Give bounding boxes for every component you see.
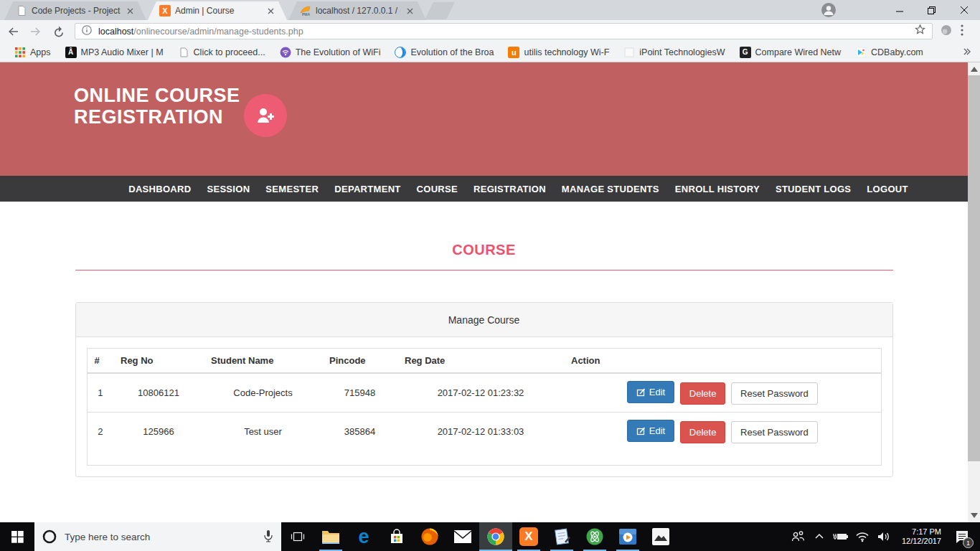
close-icon[interactable] bbox=[265, 6, 275, 16]
nav-item-semester[interactable]: SEMESTER bbox=[265, 184, 319, 194]
nav-item-logout[interactable]: LOGOUT bbox=[867, 184, 908, 194]
nav-item-dashboard[interactable]: DASHBOARD bbox=[128, 184, 191, 194]
search-placeholder: Type here to search bbox=[65, 532, 255, 542]
address-bar[interactable]: localhost/onlinecourse/admin/manage-stud… bbox=[75, 23, 933, 39]
taskbar-app-store[interactable] bbox=[380, 522, 413, 551]
reload-icon[interactable] bbox=[49, 22, 69, 41]
nav-item-manage-students[interactable]: MANAGE STUDENTS bbox=[562, 184, 659, 194]
taskbar: Type here to search e X bbox=[0, 522, 980, 551]
file-explorer-icon bbox=[321, 529, 340, 545]
taskbar-clock[interactable]: 7:17 PM 12/12/2017 bbox=[896, 527, 947, 546]
edit-button[interactable]: Edit bbox=[627, 381, 674, 403]
people-icon[interactable] bbox=[788, 522, 807, 551]
scrollbar-thumb[interactable] bbox=[968, 75, 980, 461]
delete-button[interactable]: Delete bbox=[680, 421, 726, 443]
bookmark-item[interactable]: Click to proceed... bbox=[172, 44, 271, 60]
page-title: COURSE bbox=[0, 242, 968, 258]
bookmark-item[interactable]: u utilis technology Wi-F bbox=[502, 44, 615, 60]
profile-icon[interactable] bbox=[821, 2, 837, 18]
restore-button[interactable] bbox=[915, 0, 948, 20]
microsoft-store-icon bbox=[388, 528, 405, 545]
reset-password-button[interactable]: Reset Password bbox=[731, 421, 818, 443]
browser-toolbar: localhost/onlinecourse/admin/manage-stud… bbox=[0, 20, 980, 42]
url-path: /onlinecourse/admin/manage-students.php bbox=[133, 27, 303, 37]
wifi-icon[interactable] bbox=[853, 522, 872, 551]
table-header-row: # Reg No Student Name Pincode Reg Date A… bbox=[87, 349, 881, 374]
page-content: ONLINE COURSE REGISTRATION DASHBOARD SES… bbox=[0, 62, 968, 522]
close-window-button[interactable] bbox=[948, 0, 980, 20]
close-icon[interactable] bbox=[405, 6, 415, 16]
mail-icon bbox=[453, 529, 472, 544]
purple-wifi-icon bbox=[280, 47, 291, 58]
taskbar-app-notes[interactable] bbox=[545, 522, 578, 551]
chevron-up-icon[interactable] bbox=[810, 522, 829, 551]
students-table: # Reg No Student Name Pincode Reg Date A… bbox=[87, 348, 882, 466]
system-tray: 7:17 PM 12/12/2017 1 bbox=[788, 522, 980, 551]
minimize-button[interactable] bbox=[883, 0, 915, 20]
taskbar-app-mail[interactable] bbox=[446, 522, 479, 551]
reset-password-button[interactable]: Reset Password bbox=[731, 382, 818, 405]
page-icon bbox=[16, 5, 27, 17]
taskbar-app-edge[interactable]: e bbox=[347, 522, 380, 551]
new-tab-button[interactable] bbox=[425, 2, 455, 19]
blue-globe-icon bbox=[395, 47, 406, 58]
forward-icon[interactable] bbox=[26, 22, 46, 41]
cortana-icon bbox=[42, 529, 57, 545]
taskbar-app-chrome[interactable] bbox=[479, 522, 512, 551]
bookmark-star-icon[interactable] bbox=[914, 24, 926, 39]
col-action: Action bbox=[564, 349, 881, 374]
page-scrollbar bbox=[968, 62, 980, 522]
nav-item-course[interactable]: COURSE bbox=[417, 184, 458, 194]
pencil-square-icon bbox=[636, 426, 646, 435]
nav-item-student-logs[interactable]: STUDENT LOGS bbox=[776, 184, 851, 194]
tab-admin-course[interactable]: X Admin | Course bbox=[148, 1, 287, 20]
taskbar-app-movie[interactable] bbox=[611, 522, 644, 551]
tab-title: localhost / 127.0.0.1 / on bbox=[316, 6, 400, 16]
nav-item-registration[interactable]: REGISTRATION bbox=[473, 184, 546, 194]
apps-button[interactable]: Apps bbox=[9, 44, 57, 60]
apps-label: Apps bbox=[30, 47, 51, 57]
task-view-button[interactable] bbox=[281, 522, 314, 551]
close-icon[interactable] bbox=[125, 6, 135, 16]
bookmark-item[interactable]: Â MP3 Audio Mixer | M bbox=[60, 44, 169, 60]
bookmarks-overflow-icon[interactable] bbox=[963, 46, 971, 59]
col-student-name: Student Name bbox=[204, 349, 322, 374]
info-icon[interactable] bbox=[81, 24, 93, 39]
microphone-icon[interactable] bbox=[263, 529, 274, 544]
taskbar-app-photos[interactable] bbox=[644, 522, 677, 551]
nav-item-department[interactable]: DEPARTMENT bbox=[334, 184, 400, 194]
black-g-icon: G bbox=[740, 47, 751, 58]
action-center-button[interactable]: 1 bbox=[950, 522, 974, 551]
bookmark-item[interactable]: iPoint TechnologiesW bbox=[618, 44, 730, 60]
taskbar-app-firefox[interactable] bbox=[413, 522, 446, 551]
bookmark-item[interactable]: The Evolution of WiFi bbox=[274, 44, 387, 60]
taskbar-search[interactable]: Type here to search bbox=[34, 522, 281, 551]
tab-phpmyadmin[interactable]: PMA localhost / 127.0.0.1 / on bbox=[288, 1, 426, 20]
taskbar-app-file-explorer[interactable] bbox=[314, 522, 347, 551]
speaker-icon[interactable] bbox=[875, 522, 893, 551]
clock-date: 12/12/2017 bbox=[902, 537, 941, 546]
col-pincode: Pincode bbox=[322, 349, 397, 374]
edit-button[interactable]: Edit bbox=[627, 420, 674, 442]
movie-app-icon bbox=[618, 527, 637, 546]
scroll-down-icon[interactable] bbox=[971, 513, 978, 518]
extension-icon[interactable] bbox=[940, 24, 953, 39]
back-icon[interactable] bbox=[3, 22, 23, 41]
tab-title: Admin | Course bbox=[175, 6, 261, 16]
start-button[interactable] bbox=[0, 522, 34, 551]
nav-item-session[interactable]: SESSION bbox=[207, 184, 250, 194]
nav-item-enroll-history[interactable]: ENROLL HISTORY bbox=[675, 184, 760, 194]
bookmark-item[interactable]: Evolution of the Broa bbox=[389, 44, 499, 60]
blank-icon bbox=[623, 47, 635, 58]
title-divider bbox=[75, 270, 893, 270]
taskbar-app-xampp[interactable]: X bbox=[512, 522, 545, 551]
apps-grid-icon bbox=[14, 47, 26, 58]
taskbar-app-green-atom[interactable] bbox=[578, 522, 611, 551]
bookmark-item[interactable]: CDBaby.com bbox=[849, 44, 929, 60]
battery-icon[interactable] bbox=[831, 522, 850, 551]
delete-button[interactable]: Delete bbox=[680, 382, 726, 405]
scroll-up-icon[interactable] bbox=[971, 67, 978, 72]
tab-code-projects[interactable]: Code Projects - Projects, bbox=[4, 1, 146, 20]
menu-icon[interactable] bbox=[960, 24, 964, 39]
bookmark-item[interactable]: G Compare Wired Netw bbox=[734, 44, 847, 60]
